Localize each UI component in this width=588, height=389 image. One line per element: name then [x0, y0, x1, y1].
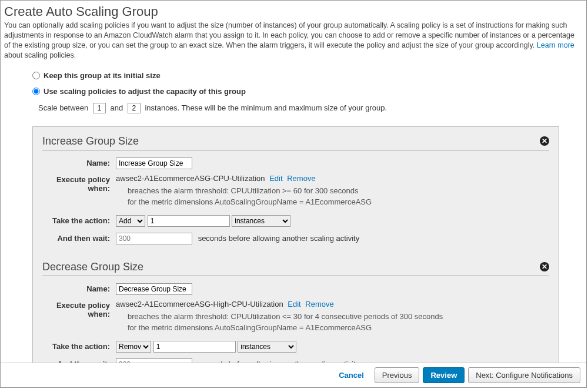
remove-link[interactable]: Remove — [305, 300, 333, 308]
increase-alarm-name: awsec2-A1EcommerceASG-CPU-Utilization — [116, 174, 265, 183]
close-icon[interactable]: ✕ — [540, 262, 549, 271]
decrease-heading: Decrease Group Size — [42, 261, 143, 273]
edit-link[interactable]: Edit — [288, 300, 300, 308]
increase-section: Increase Group Size ✕ Name: Execute poli… — [42, 135, 549, 244]
page-description: You can optionally add scaling policies … — [4, 21, 580, 61]
main-scroll[interactable]: Create Auto Scaling Group You can option… — [1, 1, 586, 364]
decrease-name-input[interactable] — [116, 283, 192, 295]
decrease-action-unit-select[interactable]: instances — [238, 341, 296, 353]
scale-max-input[interactable] — [128, 103, 141, 113]
desc-text: You can optionally add scaling policies … — [4, 21, 574, 49]
decrease-action-num-input[interactable] — [153, 341, 236, 353]
close-icon[interactable]: ✕ — [540, 136, 549, 146]
cancel-button[interactable]: Cancel — [332, 368, 371, 383]
remove-link[interactable]: Remove — [287, 174, 315, 183]
increase-detail-2: for the metric dimensions AutoScalingGro… — [128, 196, 549, 208]
scale-pre: Scale between — [38, 103, 91, 112]
decrease-section: Decrease Group Size ✕ Name: Execute poli… — [42, 261, 549, 364]
review-button[interactable]: Review — [423, 367, 465, 383]
next-button[interactable]: Next: Configure Notifications — [468, 367, 580, 383]
wait-suffix: seconds before allowing another scaling … — [198, 234, 360, 243]
action-label: Take the action: — [42, 341, 116, 353]
decrease-action-op-select[interactable]: Remove — [116, 341, 151, 353]
radio-keep-size-label: Keep this group at its initial size — [44, 71, 161, 80]
desc-text-post: about scaling policies. — [4, 51, 76, 59]
scale-mid: and — [111, 103, 125, 112]
decrease-detail-1: breaches the alarm threshold: CPUUtiliza… — [128, 311, 549, 323]
increase-wait-input[interactable] — [116, 233, 192, 244]
wait-label: And then wait: — [42, 233, 116, 244]
name-label: Name: — [42, 283, 116, 295]
name-label: Name: — [42, 157, 116, 169]
scale-between-row: Scale between and instances. These will … — [38, 103, 580, 113]
increase-detail-1: breaches the alarm threshold: CPUUtiliza… — [128, 185, 549, 197]
edit-link[interactable]: Edit — [269, 174, 282, 183]
execute-label: Execute policy when: — [42, 300, 116, 334]
decrease-alarm-name: awsec2-A1EcommerceASG-High-CPU-Utilizati… — [116, 300, 283, 308]
scale-post: instances. These will be the minimum and… — [145, 103, 387, 112]
increase-heading: Increase Group Size — [42, 135, 139, 147]
policies-panel: Increase Group Size ✕ Name: Execute poli… — [32, 126, 559, 364]
radio-use-policies-label: Use scaling policies to adjust the capac… — [44, 87, 246, 96]
scale-min-input[interactable] — [93, 103, 106, 113]
increase-action-num-input[interactable] — [148, 215, 230, 227]
radio-use-policies[interactable] — [32, 88, 40, 95]
increase-action-op-select[interactable]: Add — [116, 215, 145, 227]
increase-name-input[interactable] — [116, 157, 192, 169]
increase-action-unit-select[interactable]: instances — [232, 215, 290, 227]
radio-keep-size[interactable] — [32, 72, 40, 79]
action-label: Take the action: — [42, 215, 116, 227]
page-title: Create Auto Scaling Group — [4, 4, 580, 19]
decrease-detail-2: for the metric dimensions AutoScalingGro… — [128, 322, 549, 334]
previous-button[interactable]: Previous — [375, 367, 420, 383]
learn-more-link[interactable]: Learn more — [537, 41, 574, 49]
wizard-footer: Cancel Previous Review Next: Configure N… — [1, 363, 586, 387]
execute-label: Execute policy when: — [42, 174, 116, 208]
